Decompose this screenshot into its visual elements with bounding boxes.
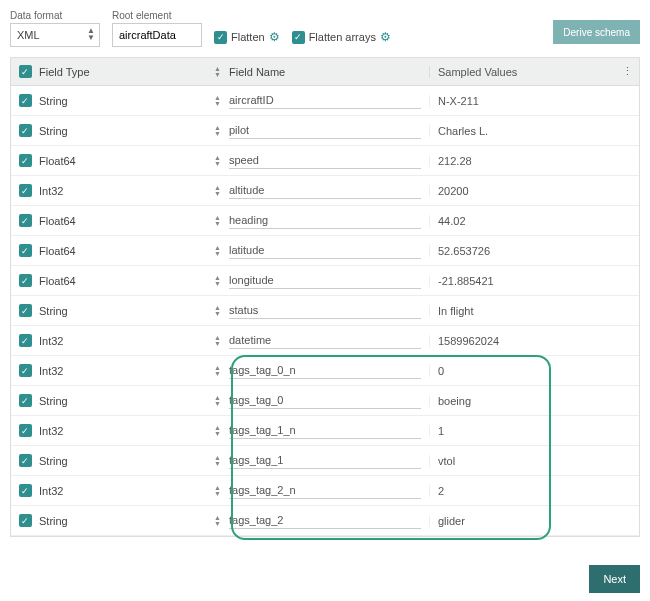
row-checkbox[interactable]: ✓: [19, 394, 32, 407]
flatten-arrays-label: Flatten arrays: [309, 31, 376, 43]
derive-schema-button[interactable]: Derive schema: [553, 20, 640, 44]
field-name-value: tags_tag_2: [229, 512, 421, 529]
flatten-gear-icon[interactable]: ⚙: [269, 30, 280, 44]
field-name-cell[interactable]: heading: [229, 212, 429, 229]
field-name-cell[interactable]: tags_tag_0: [229, 392, 429, 409]
sampled-value-cell: 20200: [429, 185, 615, 197]
next-button[interactable]: Next: [589, 565, 640, 593]
field-type-value: String: [39, 455, 68, 467]
row-checkbox[interactable]: ✓: [19, 334, 32, 347]
row-checkbox[interactable]: ✓: [19, 184, 32, 197]
header-field-type[interactable]: Field Type ▲▼: [39, 66, 229, 78]
root-element-input[interactable]: [112, 23, 202, 47]
header-field-name[interactable]: Field Name: [229, 66, 429, 78]
row-checkbox[interactable]: ✓: [19, 214, 32, 227]
sampled-value-cell: 212.28: [429, 155, 615, 167]
sampled-value: glider: [438, 515, 465, 527]
field-name-cell[interactable]: tags_tag_0_n: [229, 362, 429, 379]
table-row: ✓String▲▼pilotCharles L.: [11, 116, 639, 146]
field-name-cell[interactable]: tags_tag_1_n: [229, 422, 429, 439]
sort-icon: ▲▼: [214, 515, 221, 527]
sampled-value: 1: [438, 425, 444, 437]
field-type-cell[interactable]: Int32▲▼: [39, 425, 229, 437]
sort-icon: ▲▼: [214, 155, 221, 167]
row-check-cell: ✓: [11, 304, 39, 317]
field-type-cell[interactable]: String▲▼: [39, 125, 229, 137]
sampled-value: 2: [438, 485, 444, 497]
row-check-cell: ✓: [11, 214, 39, 227]
select-all-checkbox[interactable]: ✓: [19, 65, 32, 78]
row-checkbox[interactable]: ✓: [19, 154, 32, 167]
row-checkbox[interactable]: ✓: [19, 424, 32, 437]
field-type-value: Float64: [39, 155, 76, 167]
field-type-cell[interactable]: Float64▲▼: [39, 275, 229, 287]
field-type-value: String: [39, 515, 68, 527]
field-name-cell[interactable]: longitude: [229, 272, 429, 289]
sampled-value-cell: 2: [429, 485, 615, 497]
sort-icon: ▲▼: [214, 395, 221, 407]
flatten-arrays-checkbox[interactable]: ✓: [292, 31, 305, 44]
row-checkbox[interactable]: ✓: [19, 124, 32, 137]
sort-icon: ▲▼: [214, 335, 221, 347]
row-checkbox[interactable]: ✓: [19, 364, 32, 377]
field-type-cell[interactable]: Int32▲▼: [39, 335, 229, 347]
sampled-value-cell: 1: [429, 425, 615, 437]
root-element-group: Root element: [112, 10, 202, 47]
sampled-value-cell: N-X-211: [429, 95, 615, 107]
row-checkbox[interactable]: ✓: [19, 304, 32, 317]
row-checkbox[interactable]: ✓: [19, 94, 32, 107]
sampled-value: -21.885421: [438, 275, 494, 287]
field-type-cell[interactable]: String▲▼: [39, 95, 229, 107]
field-name-cell[interactable]: tags_tag_2_n: [229, 482, 429, 499]
header-menu-icon[interactable]: ⋮: [615, 65, 639, 78]
row-check-cell: ✓: [11, 244, 39, 257]
field-type-cell[interactable]: Float64▲▼: [39, 215, 229, 227]
row-check-cell: ✓: [11, 94, 39, 107]
sampled-value: boeing: [438, 395, 471, 407]
field-name-cell[interactable]: tags_tag_2: [229, 512, 429, 529]
row-checkbox[interactable]: ✓: [19, 454, 32, 467]
field-type-cell[interactable]: String▲▼: [39, 305, 229, 317]
table-row: ✓Int32▲▼datetime1589962024: [11, 326, 639, 356]
field-name-cell[interactable]: latitude: [229, 242, 429, 259]
flatten-arrays-gear-icon[interactable]: ⚙: [380, 30, 391, 44]
field-name-cell[interactable]: status: [229, 302, 429, 319]
sort-icon: ▲▼: [214, 95, 221, 107]
row-checkbox[interactable]: ✓: [19, 484, 32, 497]
schema-table: ✓ Field Type ▲▼ Field Name Sampled Value…: [10, 57, 640, 537]
flatten-checkbox[interactable]: ✓: [214, 31, 227, 44]
row-check-cell: ✓: [11, 514, 39, 527]
header-sampled-values[interactable]: Sampled Values: [429, 66, 615, 78]
data-format-value: XML: [17, 29, 40, 41]
field-type-cell[interactable]: Int32▲▼: [39, 185, 229, 197]
field-type-value: String: [39, 305, 68, 317]
sampled-value-cell: 1589962024: [429, 335, 615, 347]
field-type-cell[interactable]: Float64▲▼: [39, 245, 229, 257]
row-check-cell: ✓: [11, 274, 39, 287]
header-field-type-label: Field Type: [39, 66, 90, 78]
field-type-cell[interactable]: String▲▼: [39, 455, 229, 467]
field-name-cell[interactable]: aircraftID: [229, 92, 429, 109]
table-row: ✓String▲▼tags_tag_1vtol: [11, 446, 639, 476]
field-type-cell[interactable]: String▲▼: [39, 395, 229, 407]
sampled-value-cell: Charles L.: [429, 125, 615, 137]
sampled-value-cell: 0: [429, 365, 615, 377]
row-checkbox[interactable]: ✓: [19, 274, 32, 287]
field-type-cell[interactable]: String▲▼: [39, 515, 229, 527]
field-name-cell[interactable]: speed: [229, 152, 429, 169]
field-name-cell[interactable]: tags_tag_1: [229, 452, 429, 469]
row-checkbox[interactable]: ✓: [19, 244, 32, 257]
table-row: ✓String▲▼tags_tag_2glider: [11, 506, 639, 536]
field-type-cell[interactable]: Int32▲▼: [39, 365, 229, 377]
sampled-value: 212.28: [438, 155, 472, 167]
field-type-cell[interactable]: Int32▲▼: [39, 485, 229, 497]
field-name-cell[interactable]: datetime: [229, 332, 429, 349]
field-type-cell[interactable]: Float64▲▼: [39, 155, 229, 167]
field-name-cell[interactable]: pilot: [229, 122, 429, 139]
row-check-cell: ✓: [11, 484, 39, 497]
sampled-value: 0: [438, 365, 444, 377]
data-format-select[interactable]: XML ▲▼: [10, 23, 100, 47]
field-name-cell[interactable]: altitude: [229, 182, 429, 199]
sampled-value-cell: 52.653726: [429, 245, 615, 257]
row-checkbox[interactable]: ✓: [19, 514, 32, 527]
